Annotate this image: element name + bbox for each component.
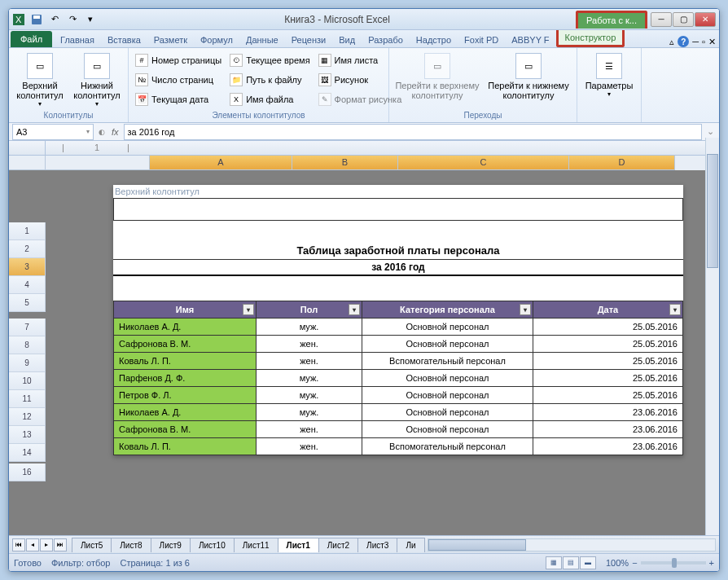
- row-header[interactable]: 5: [9, 294, 46, 312]
- doc-restore-button[interactable]: ▫: [702, 37, 705, 46]
- redo-button[interactable]: ↷: [64, 11, 81, 28]
- col-name[interactable]: Имя▾: [114, 301, 257, 319]
- filter-icon[interactable]: ▾: [243, 304, 254, 315]
- cell-date[interactable]: 25.05.2016: [533, 387, 683, 404]
- header-input-area[interactable]: [113, 198, 683, 221]
- cell-cat[interactable]: Основной персонал: [362, 336, 533, 353]
- cell-date[interactable]: 23.06.2016: [533, 421, 683, 438]
- cell-name[interactable]: Николаев А. Д.: [114, 319, 257, 336]
- zoom-thumb[interactable]: [672, 558, 677, 568]
- header-button[interactable]: ▭Верхний колонтитул▾: [12, 50, 68, 108]
- tab-formulas[interactable]: Формул: [194, 33, 239, 47]
- tab-insert[interactable]: Вставка: [101, 33, 147, 47]
- row-header[interactable]: 11: [9, 390, 46, 408]
- col-header-a[interactable]: A: [150, 156, 292, 170]
- table-row[interactable]: Петров Ф. Л.муж.Основной персонал25.05.2…: [114, 387, 683, 404]
- undo-button[interactable]: ↶: [46, 11, 63, 28]
- col-header-b[interactable]: B: [292, 156, 398, 170]
- table-row[interactable]: Сафронова В. М.жен.Основной персонал25.0…: [114, 336, 683, 353]
- cell-sex[interactable]: жен.: [257, 421, 362, 438]
- row-header[interactable]: 16: [9, 464, 46, 481]
- cell-name[interactable]: Коваль Л. П.: [114, 438, 257, 455]
- sheet-content[interactable]: A B C D 1 2 3 4 5 7 8 9 10 11 12 13 14: [9, 156, 719, 535]
- zoom-out-button[interactable]: −: [632, 558, 637, 568]
- sheet-tab[interactable]: Лист10: [190, 538, 235, 552]
- cell-cat[interactable]: Вспомогательный персонал: [362, 438, 533, 455]
- table-row[interactable]: Николаев А. Д.муж.Основной персонал23.06…: [114, 404, 683, 421]
- view-layout-button[interactable]: ▤: [563, 556, 579, 569]
- name-box-dropdown-icon[interactable]: ▾: [86, 128, 90, 135]
- table-row[interactable]: Сафронова В. М.жен.Основной персонал23.0…: [114, 421, 683, 438]
- page-number-button[interactable]: #Номер страницы: [132, 51, 225, 69]
- file-path-button[interactable]: 📁Путь к файлу: [226, 71, 313, 89]
- tab-next-button[interactable]: ▸: [40, 538, 53, 551]
- filter-icon[interactable]: ▾: [349, 304, 360, 315]
- footer-button[interactable]: ▭Нижний колонтитул▾: [69, 50, 125, 108]
- cell-cat[interactable]: Основной персонал: [362, 319, 533, 336]
- table-row[interactable]: Коваль Л. П.жен.Вспомогательный персонал…: [114, 438, 683, 455]
- scroll-thumb[interactable]: [428, 539, 526, 551]
- row-header[interactable]: 3: [9, 258, 46, 276]
- select-all-corner[interactable]: [9, 156, 46, 170]
- row-header[interactable]: 8: [9, 336, 46, 354]
- cell-sex[interactable]: муж.: [257, 387, 362, 404]
- view-normal-button[interactable]: ▦: [546, 556, 562, 569]
- doc-close-button[interactable]: ✕: [708, 37, 716, 47]
- zoom-level[interactable]: 100%: [606, 558, 629, 568]
- cell-cat[interactable]: Основной персонал: [362, 370, 533, 387]
- tab-design[interactable]: Конструктор: [556, 30, 625, 47]
- zoom-in-button[interactable]: +: [709, 558, 714, 568]
- fx-icon[interactable]: fx: [107, 127, 124, 137]
- close-button[interactable]: ✕: [695, 12, 716, 27]
- sheet-tab[interactable]: Лист1: [278, 538, 319, 552]
- horizontal-scrollbar[interactable]: [428, 538, 716, 551]
- sheet-tab[interactable]: Лист8: [111, 538, 151, 552]
- sheet-tab[interactable]: Лист5: [72, 538, 112, 552]
- name-box-expand-icon[interactable]: ◐: [97, 128, 107, 136]
- cell-name[interactable]: Парфенов Д. Ф.: [114, 370, 257, 387]
- tab-abbyy[interactable]: ABBYY F: [505, 33, 555, 47]
- cell-cat[interactable]: Вспомогательный персонал: [362, 353, 533, 370]
- row-header[interactable]: 4: [9, 276, 46, 294]
- row-header[interactable]: 13: [9, 426, 46, 444]
- row-header[interactable]: 10: [9, 372, 46, 390]
- row-header[interactable]: 12: [9, 408, 46, 426]
- sheet-tab[interactable]: Лист2: [318, 538, 358, 552]
- tab-prev-button[interactable]: ◂: [26, 538, 39, 551]
- table-row[interactable]: Коваль Л. П.жен.Вспомогательный персонал…: [114, 353, 683, 370]
- cell-date[interactable]: 23.06.2016: [533, 438, 683, 455]
- tab-file[interactable]: Файл: [11, 31, 52, 47]
- table-row[interactable]: Парфенов Д. Ф.муж.Основной персонал25.05…: [114, 370, 683, 387]
- page-count-button[interactable]: №Число страниц: [132, 71, 225, 89]
- cell-cat[interactable]: Основной персонал: [362, 404, 533, 421]
- vertical-scrollbar[interactable]: [705, 138, 719, 535]
- cell-date[interactable]: 25.05.2016: [533, 336, 683, 353]
- formula-expand-icon[interactable]: ⌄: [702, 126, 719, 137]
- filter-icon[interactable]: ▾: [669, 304, 681, 315]
- sheet-tab[interactable]: Лист11: [234, 538, 278, 552]
- cell-name[interactable]: Николаев А. Д.: [114, 404, 257, 421]
- cell-sex[interactable]: жен.: [257, 438, 362, 455]
- tab-review[interactable]: Рецензи: [285, 33, 333, 47]
- table-subtitle[interactable]: за 2016 год: [113, 260, 683, 276]
- col-sex[interactable]: Пол▾: [257, 301, 362, 319]
- help-icon[interactable]: ?: [678, 36, 689, 47]
- zoom-slider[interactable]: [641, 561, 706, 565]
- cell-date[interactable]: 25.05.2016: [533, 319, 683, 336]
- goto-footer-button[interactable]: ▭Перейти к нижнему колонтитулу: [484, 50, 573, 108]
- scroll-thumb[interactable]: [707, 154, 718, 268]
- filter-icon[interactable]: ▾: [520, 304, 531, 315]
- row-header[interactable]: 14: [9, 444, 46, 462]
- minimize-ribbon-icon[interactable]: ▵: [669, 37, 674, 47]
- table-title[interactable]: Таблица заработной платы персонала: [113, 242, 683, 260]
- table-row[interactable]: Николаев А. Д.муж.Основной персонал25.05…: [114, 319, 683, 336]
- current-date-button[interactable]: 📅Текущая дата: [132, 90, 225, 108]
- tab-layout[interactable]: Разметк: [147, 33, 194, 47]
- save-button[interactable]: [29, 11, 45, 28]
- col-header-c[interactable]: C: [398, 156, 569, 170]
- col-date[interactable]: Дата▾: [533, 301, 683, 319]
- formula-input[interactable]: за 2016 год: [124, 124, 702, 140]
- tab-last-button[interactable]: ⏭: [54, 538, 67, 551]
- cell-sex[interactable]: муж.: [257, 319, 362, 336]
- row-header[interactable]: 2: [9, 240, 46, 258]
